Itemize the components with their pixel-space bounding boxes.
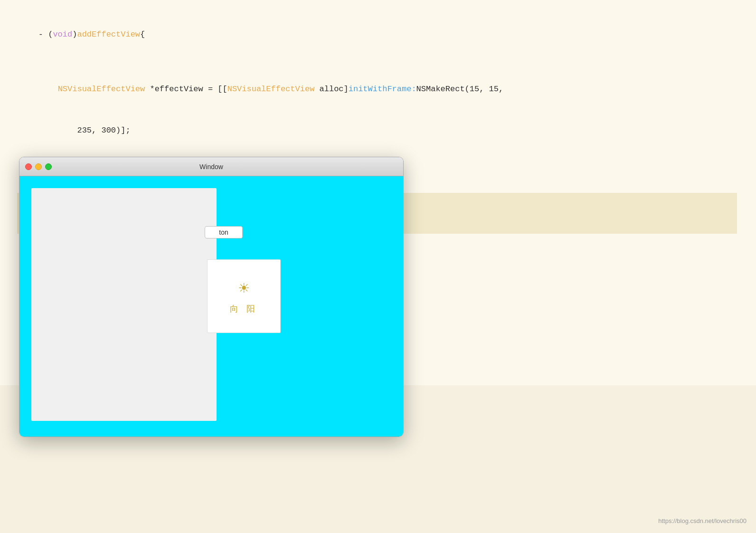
effect-view [31, 188, 217, 421]
code-text: - ( [38, 30, 53, 39]
close-button[interactable] [25, 163, 32, 170]
code-text: initWithFrame: [349, 85, 416, 94]
window-title: Window [199, 163, 223, 171]
code-text: NSVisualEffectView [227, 85, 315, 94]
code-text: alloc] [314, 85, 348, 94]
code-text: *effectView = [[ [145, 85, 227, 94]
window-titlebar: Window [19, 157, 403, 176]
logo-text: 向 阳 [230, 303, 258, 314]
code-line-3: NSVisualEffectView *effectView = [[NSVis… [19, 69, 737, 111]
code-text: ) [72, 30, 77, 39]
code-text: addEffectView [77, 30, 140, 39]
code-line-1: - (void)addEffectView{ [19, 14, 737, 56]
logo2-panel: ☀ 向 阳 [207, 259, 281, 333]
code-text: 235, 300)]; [38, 126, 131, 135]
watermark-url: https://blog.csdn.net/lovechris00 [658, 517, 747, 524]
code-text: { [140, 30, 145, 39]
traffic-lights [25, 163, 52, 170]
code-text: NSVisualEffectView [58, 85, 145, 94]
sun-icon: ☀ [239, 278, 249, 299]
minimize-button[interactable] [35, 163, 42, 170]
code-text: void [53, 30, 72, 39]
maximize-button[interactable] [45, 163, 52, 170]
code-text: NSMakeRect(15, 15, [416, 85, 504, 94]
code-text [38, 85, 58, 94]
code-line-2 [19, 56, 737, 69]
mac-window[interactable]: Window ton ☀ 向 阳 [19, 157, 404, 437]
window-content: ton ☀ 向 阳 [19, 176, 403, 437]
button-label: ton [219, 228, 228, 236]
button-partial[interactable]: ton [205, 226, 243, 238]
code-line-4: 235, 300)]; [19, 110, 737, 152]
